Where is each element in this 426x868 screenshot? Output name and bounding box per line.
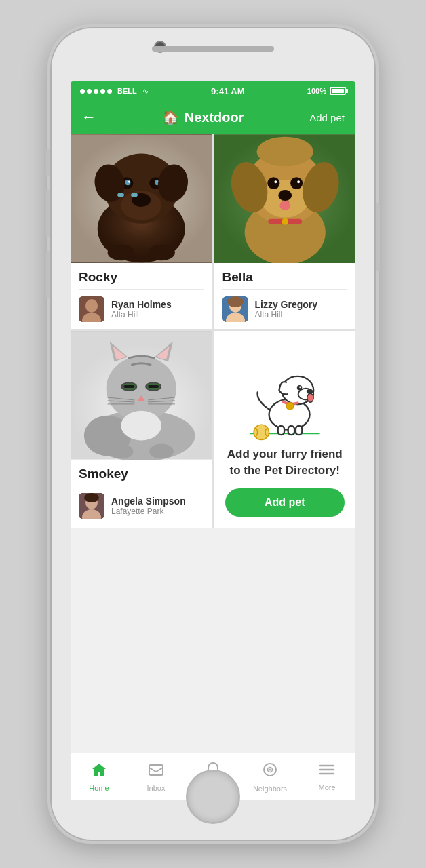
- svg-point-24: [274, 180, 277, 183]
- pet-card-bella[interactable]: Bella: [214, 134, 356, 329]
- pet-card-rocky[interactable]: Rocky Ryan Holmes: [71, 134, 212, 329]
- app-header: ← 🏠 Nextdoor Add pet: [71, 100, 355, 134]
- nav-item-more[interactable]: More: [298, 763, 355, 791]
- svg-point-16: [85, 299, 98, 313]
- svg-rect-73: [277, 426, 284, 435]
- phone-wrapper: BELL ∿ 9:41 AM 100% ← 🏠 Nextdoor: [0, 0, 426, 868]
- owner-name-bella: Lizzy Gregory: [255, 299, 318, 310]
- svg-rect-74: [288, 426, 294, 435]
- signal-dot-2: [87, 89, 92, 94]
- more-nav-label: More: [318, 783, 335, 791]
- status-bar: BELL ∿ 9:41 AM 100%: [71, 81, 355, 100]
- phone-top-bar: [152, 46, 274, 52]
- svg-rect-78: [149, 765, 163, 775]
- svg-point-32: [282, 218, 288, 225]
- back-button[interactable]: ←: [81, 108, 96, 126]
- svg-point-23: [290, 177, 303, 189]
- owner-info-smokey: Angela Simpson Lafayette Park: [71, 486, 212, 526]
- dog-illustration: [241, 344, 329, 446]
- owner-name-rocky: Ryan Holmes: [111, 299, 172, 310]
- avatar-ryan: [79, 296, 104, 322]
- signal-dot-3: [94, 89, 98, 94]
- inbox-nav-icon: [148, 762, 164, 781]
- pet-photo-rocky: [71, 134, 212, 263]
- svg-rect-49: [123, 385, 134, 388]
- owner-location-smokey: Lafayette Park: [111, 507, 186, 516]
- pet-name-bella: Bella: [214, 263, 356, 289]
- signal-dot-4: [100, 89, 105, 94]
- neighbors-nav-label: Neighbors: [253, 785, 287, 793]
- more-nav-icon: [319, 763, 335, 781]
- power-button: [376, 203, 380, 271]
- home-button[interactable]: [186, 770, 240, 824]
- battery-label: 100%: [307, 87, 326, 95]
- svg-point-71: [299, 386, 301, 388]
- svg-point-76: [286, 402, 294, 410]
- owner-details-smokey: Angela Simpson Lafayette Park: [111, 496, 186, 516]
- phone-body: BELL ∿ 9:41 AM 100% ← 🏠 Nextdoor: [50, 27, 376, 841]
- pet-name-smokey: Smokey: [71, 460, 212, 486]
- svg-point-58: [121, 411, 161, 441]
- avatar-lizzy: [222, 296, 248, 322]
- nav-item-neighbors[interactable]: Neighbors: [241, 762, 298, 793]
- svg-point-82: [269, 768, 271, 770]
- owner-details-rocky: Ryan Holmes Alta Hill: [111, 299, 172, 319]
- svg-point-26: [278, 190, 292, 201]
- owner-info-rocky: Ryan Holmes Alta Hill: [71, 290, 212, 329]
- svg-point-30: [256, 137, 313, 167]
- carrier-label: BELL: [117, 87, 137, 95]
- volume-up-button: [46, 190, 50, 237]
- svg-rect-50: [148, 385, 159, 388]
- owner-location-rocky: Alta Hill: [111, 310, 172, 319]
- battery-icon: [330, 87, 346, 95]
- svg-point-9: [128, 181, 130, 183]
- owner-location-bella: Alta Hill: [255, 310, 318, 319]
- add-pet-promo-text: Add your furry friend to the Pet Directo…: [225, 446, 345, 479]
- owner-details-bella: Lizzy Gregory Alta Hill: [255, 299, 318, 319]
- battery-fill: [332, 89, 344, 93]
- nav-item-inbox[interactable]: Inbox: [128, 762, 185, 792]
- status-left: BELL ∿: [80, 87, 149, 96]
- svg-point-60: [149, 443, 174, 458]
- nav-item-home[interactable]: Home: [71, 762, 128, 792]
- mute-button: [46, 149, 50, 176]
- app-title: Nextdoor: [185, 110, 244, 125]
- svg-rect-75: [296, 426, 302, 435]
- owner-name-smokey: Angela Simpson: [111, 496, 186, 507]
- svg-point-27: [279, 201, 290, 210]
- svg-point-64: [84, 493, 99, 502]
- pet-photo-bella: [214, 134, 356, 263]
- avatar-angela: [79, 493, 104, 519]
- pet-name-rocky: Rocky: [71, 263, 212, 289]
- svg-point-22: [267, 177, 279, 189]
- status-time: 9:41 AM: [211, 86, 244, 96]
- signal-dot-1: [80, 89, 85, 94]
- wifi-icon: ∿: [142, 87, 149, 96]
- content-area: Rocky Ryan Holmes: [71, 134, 355, 753]
- svg-point-25: [297, 180, 300, 183]
- svg-point-77: [254, 425, 269, 440]
- svg-point-36: [227, 296, 244, 307]
- svg-point-4: [132, 193, 151, 207]
- pet-card-smokey[interactable]: Smokey: [71, 331, 212, 528]
- signal-dots: [80, 89, 112, 94]
- svg-point-14: [148, 245, 175, 261]
- svg-point-59: [109, 443, 134, 458]
- pet-photo-smokey: [71, 331, 212, 460]
- svg-point-13: [108, 245, 135, 261]
- inbox-nav-label: Inbox: [147, 784, 166, 792]
- add-pet-header-button[interactable]: Add pet: [309, 112, 345, 123]
- home-nav-icon: [91, 762, 107, 781]
- svg-point-72: [307, 393, 313, 402]
- signal-dot-5: [107, 89, 112, 94]
- house-icon: 🏠: [162, 109, 179, 125]
- owner-info-bella: Lizzy Gregory Alta Hill: [214, 290, 356, 329]
- header-title: 🏠 Nextdoor: [162, 109, 244, 125]
- volume-down-button: [46, 251, 50, 298]
- pet-grid: Rocky Ryan Holmes: [71, 134, 355, 528]
- add-pet-card[interactable]: Add your furry friend to the Pet Directo…: [214, 331, 356, 528]
- home-nav-label: Home: [89, 784, 109, 792]
- add-pet-button[interactable]: Add pet: [225, 488, 345, 517]
- status-right: 100%: [307, 87, 346, 95]
- neighbors-nav-icon: [262, 762, 278, 782]
